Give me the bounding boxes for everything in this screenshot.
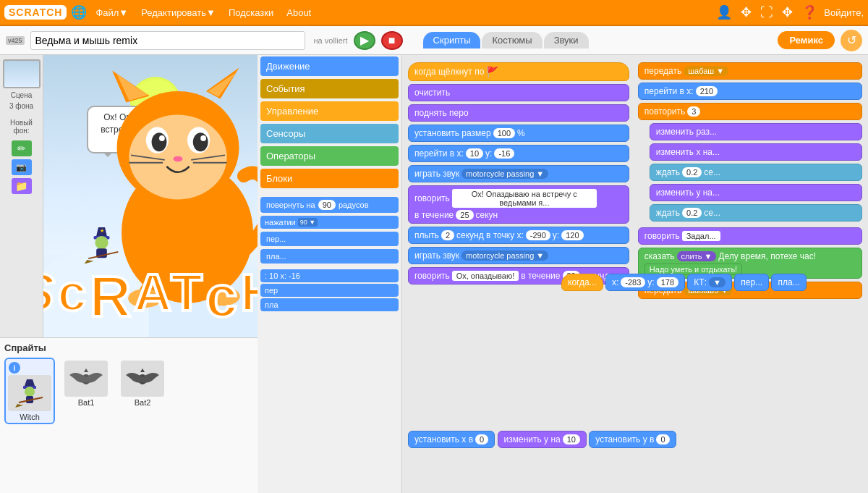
project-bar: v425 на volliert ▶ ■ Скрипты Костюмы Зву…: [0, 26, 868, 55]
scratch-watermark: ScRATcH: [43, 263, 258, 330]
block-goto-xy[interactable]: перейти в x: 10 y: -16: [408, 145, 629, 162]
scripts-area: когда щёлкнут по 🚩 очистить поднять перо…: [402, 55, 868, 493]
scratch-logo: SCRATCH: [4, 5, 67, 20]
svg-text:★: ★: [99, 227, 103, 234]
block-say-1[interactable]: говорить Ох! Опаздываю на встречу с ведь…: [408, 185, 629, 224]
menu-edit[interactable]: Редактировать▼: [137, 6, 220, 20]
block-say-3[interactable]: говорить Задал...: [638, 227, 862, 245]
fullscreen-icon[interactable]: ⛶: [760, 5, 773, 20]
tab-costumes[interactable]: Костюмы: [482, 32, 542, 49]
version-badge: v425: [6, 36, 25, 45]
block-play-sound-1[interactable]: играть звук motorcycle passing ▼: [408, 165, 629, 182]
sprites-label: Спрайты: [4, 342, 253, 353]
login-text[interactable]: Войдите,: [824, 7, 864, 18]
sprite-info-btn[interactable]: i: [9, 362, 20, 374]
tab-bar: Скрипты Костюмы Звуки: [423, 32, 589, 49]
palette-block-1[interactable]: повернуть на 90 радусов: [260, 197, 399, 213]
project-title-input[interactable]: [30, 31, 305, 50]
scene-panel: Сцена 3 фона Новый фон: ✏ 📷 📁: [0, 55, 43, 337]
menu-hints[interactable]: Подсказки: [224, 6, 278, 20]
tab-sounds[interactable]: Звуки: [544, 32, 589, 49]
stage[interactable]: Ох! Опаздываю на встречу с ведьмами я...: [43, 55, 258, 337]
tab-scripts[interactable]: Скрипты: [423, 32, 481, 49]
block-set-y[interactable]: установить у в 0: [589, 431, 676, 448]
sprite-item-bat1[interactable]: Bat1: [61, 358, 111, 424]
scene-label: Сцена: [11, 91, 32, 99]
palette-block-2[interactable]: нажатии 90 ▼: [260, 216, 399, 229]
svg-marker-12: [208, 72, 237, 97]
sprites-panel: Спрайты i Witch: [0, 337, 258, 493]
globe-icon[interactable]: 🌐: [71, 4, 87, 20]
palette-block-5[interactable]: : 10 x: -16: [260, 269, 399, 282]
palette-block-3[interactable]: пер...: [260, 232, 399, 246]
new-bg-label: Новый фон:: [3, 119, 40, 135]
block-change-size[interactable]: изменить раз...: [650, 123, 862, 140]
sprite-item-bat2[interactable]: Bat2: [117, 358, 168, 424]
svg-marker-34: [15, 404, 23, 408]
script-stack-3: когда... x: -283 y: 178 КТ: ▼ пер... пла…: [561, 272, 807, 292]
block-set-size[interactable]: установить размер 100 %: [408, 125, 629, 142]
palette-block-6[interactable]: пер: [260, 284, 399, 297]
sprite-item-witch[interactable]: i Witch: [4, 358, 55, 424]
svg-point-2: [95, 235, 108, 248]
category-operators[interactable]: Операторы: [260, 146, 399, 166]
block-pen-up[interactable]: поднять перо: [408, 104, 629, 122]
remix-button[interactable]: Ремикс: [778, 31, 835, 49]
block-wait-2[interactable]: ждать 0.2 се...: [650, 204, 862, 222]
script-stack-1: когда щёлкнут по 🚩 очистить поднять перо…: [408, 61, 629, 286]
svg-marker-11: [206, 68, 239, 99]
sprite-thumb-bat1: [64, 361, 108, 397]
svg-marker-36: [84, 368, 88, 372]
block-change-x[interactable]: изменить х на...: [650, 143, 862, 161]
help-icon[interactable]: ❓: [801, 4, 817, 20]
block-wait-1[interactable]: ждать 0.2 се...: [650, 164, 862, 181]
main-area: Сцена 3 фона Новый фон: ✏ 📷 📁 Ох! Опазды…: [0, 55, 868, 493]
block-per[interactable]: пер...: [734, 274, 769, 291]
new-bg-photo-icon[interactable]: 📷: [12, 159, 32, 175]
block-set-x[interactable]: установить x в 0: [408, 431, 495, 448]
block-change-y[interactable]: изменить у на...: [650, 184, 862, 201]
flag-button[interactable]: ▶: [354, 31, 375, 50]
sprites-row: i Witch: [4, 358, 253, 424]
sprite-thumb-witch: [8, 375, 51, 411]
new-bg-folder-icon[interactable]: 📁: [12, 178, 32, 194]
project-subtitle: на volliert: [314, 36, 348, 45]
category-control[interactable]: Управление: [260, 101, 399, 121]
palette-block-7[interactable]: пла: [260, 298, 399, 311]
palette-block-4[interactable]: пла...: [260, 249, 399, 264]
move-icon[interactable]: ✥: [741, 4, 752, 20]
svg-point-19: [200, 135, 206, 141]
block-change-y-10[interactable]: изменить у на 10: [498, 431, 587, 448]
refresh-button[interactable]: ↺: [841, 30, 862, 51]
svg-line-23: [191, 155, 225, 160]
svg-marker-38: [140, 368, 145, 372]
category-events[interactable]: События: [260, 79, 399, 98]
block-play-sound-2[interactable]: играть звук motorcycle passing ▼: [408, 247, 629, 264]
stop-button[interactable]: ■: [381, 31, 403, 50]
block-when-2[interactable]: когда...: [561, 274, 603, 291]
category-data[interactable]: Блоки: [260, 169, 399, 188]
category-sensing[interactable]: Сенсоры: [260, 124, 399, 143]
block-repeat[interactable]: повторить 3: [638, 103, 862, 120]
scene-thumbnail[interactable]: [3, 59, 41, 88]
script-stack-2: передать шабаш ▼ перейти в x: 210 повтор…: [638, 61, 862, 300]
block-clear[interactable]: очистить: [408, 84, 629, 101]
sprite-name-bat2: Bat2: [120, 398, 165, 407]
category-motion[interactable]: Движение: [260, 56, 399, 76]
block-goto-x-2[interactable]: перейти в x: 210: [638, 83, 862, 100]
block-when-clicked[interactable]: когда щёлкнут по 🚩: [408, 62, 629, 81]
block-broadcast-1[interactable]: передать шабаш ▼: [638, 62, 862, 80]
menu-file[interactable]: Файл▼: [91, 6, 132, 20]
expand-icon[interactable]: ✥: [782, 4, 793, 20]
profile-icon[interactable]: 👤: [716, 4, 732, 20]
new-bg-paint-icon[interactable]: ✏: [12, 140, 32, 156]
sprite-thumb-bat2: [121, 361, 164, 397]
block-coords[interactable]: x: -283 y: 178: [605, 274, 685, 291]
svg-point-31: [25, 387, 35, 397]
menu-about[interactable]: About: [282, 6, 315, 20]
script-stack-bottom: установить x в 0 изменить у на 10 устано…: [408, 429, 676, 450]
block-pla[interactable]: пла...: [771, 274, 806, 291]
block-kt[interactable]: КТ: ▼: [687, 274, 732, 291]
left-area: Сцена 3 фона Новый фон: ✏ 📷 📁 Ох! Опазды…: [0, 55, 258, 493]
block-glide[interactable]: плыть 2 секунд в точку x: -290 y: 120: [408, 227, 629, 244]
